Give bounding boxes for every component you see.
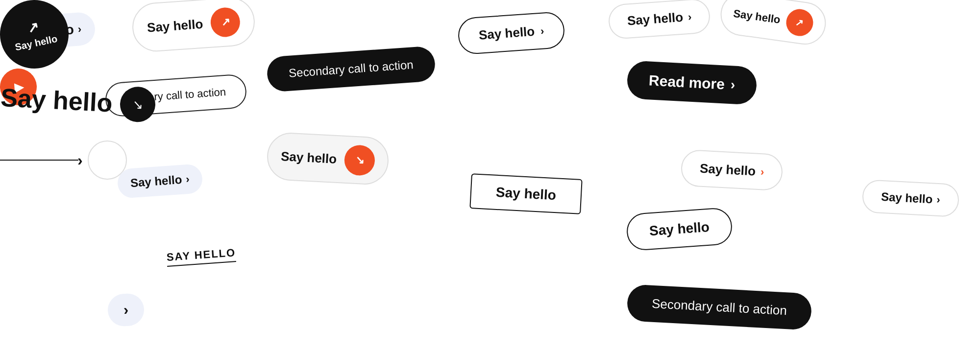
- chevron-right-icon: ›: [185, 173, 190, 186]
- say-hello-orange-arrow-center-btn[interactable]: Say hello ↘: [266, 132, 390, 186]
- arrow-diagonal-icon: ↗: [220, 16, 230, 29]
- say-hello-chevron-right-outline-btn[interactable]: Say hello ›: [680, 149, 784, 191]
- arrow-up-right-icon: ↗: [26, 19, 40, 37]
- say-hello-big-label: Say hello: [0, 83, 113, 118]
- read-more-label: Read more: [648, 72, 725, 93]
- say-hello-label: Say hello: [147, 16, 203, 35]
- secondary-cta-label: Secondary call to action: [651, 296, 787, 318]
- orange-arrow-circle[interactable]: ↗: [210, 6, 241, 38]
- orange-arrow-circle-2[interactable]: ↘: [343, 144, 375, 176]
- say-hello-outline-top-right-btn[interactable]: Say hello ›: [608, 0, 711, 40]
- secondary-cta-black-bottom-right-btn[interactable]: Secondary call to action: [626, 284, 812, 330]
- black-circle-say-hello-btn[interactable]: ↗ Say hello: [0, 0, 75, 75]
- say-hello-label: Say hello: [130, 173, 182, 190]
- say-hello-rect-outline-btn[interactable]: Say hello: [469, 173, 582, 214]
- say-hello-label: Say hello: [649, 219, 710, 239]
- say-hello-label: Say hello: [478, 24, 535, 43]
- say-hello-label: Say hello: [733, 7, 781, 26]
- chevron-right-icon: ›: [540, 24, 544, 37]
- arrow-chevron-blue-btn[interactable]: ›: [107, 292, 145, 327]
- chevron-right-icon: ›: [77, 23, 82, 35]
- say-hello-chevron-outline-btn[interactable]: Say hello ›: [457, 11, 566, 55]
- chevron-orange-icon: ›: [760, 165, 764, 178]
- orange-arrow-sm[interactable]: ↗: [784, 7, 815, 38]
- say-hello-label: Say hello: [280, 148, 337, 166]
- chevron-right-icon: ›: [936, 193, 941, 206]
- arrow-down-right-icon: ↘: [355, 154, 364, 167]
- say-hello-upper-label: SAY HELLO: [166, 246, 236, 264]
- chevron-right-icon: ›: [730, 77, 735, 93]
- black-circle-arrow-btn[interactable]: ↘: [119, 86, 156, 123]
- arrow-down-right-icon: ↘: [132, 96, 144, 112]
- say-hello-rounded-outline-right-btn[interactable]: Say hello: [626, 207, 734, 252]
- read-more-black-btn[interactable]: Read more ›: [626, 60, 758, 105]
- say-hello-label: Say hello: [699, 161, 756, 179]
- secondary-cta-black-btn[interactable]: Secondary call to action: [266, 46, 436, 93]
- secondary-cta-label: Secondary call to action: [288, 58, 414, 80]
- say-hello-label: Say hello: [495, 185, 556, 203]
- say-hello-chevron-blue-btn[interactable]: Say hello ›: [117, 164, 203, 199]
- say-hello-far-right-btn[interactable]: Say hello ›: [861, 179, 959, 217]
- say-hello-orange-top-right-btn[interactable]: Say hello ↗: [718, 0, 829, 47]
- say-hello-label: Say hello: [14, 33, 59, 53]
- say-hello-uppercase-label[interactable]: SAY HELLO: [166, 246, 236, 267]
- say-hello-label: Say hello: [627, 10, 684, 29]
- chevron-right-icon: ›: [687, 10, 692, 23]
- arrow-up-right-sm-icon: ↗: [794, 16, 804, 29]
- say-hello-label: Say hello: [881, 190, 933, 206]
- chevron-right-icon: ›: [123, 302, 129, 319]
- say-hello-orange-arrow-btn[interactable]: Say hello ↗: [131, 0, 257, 53]
